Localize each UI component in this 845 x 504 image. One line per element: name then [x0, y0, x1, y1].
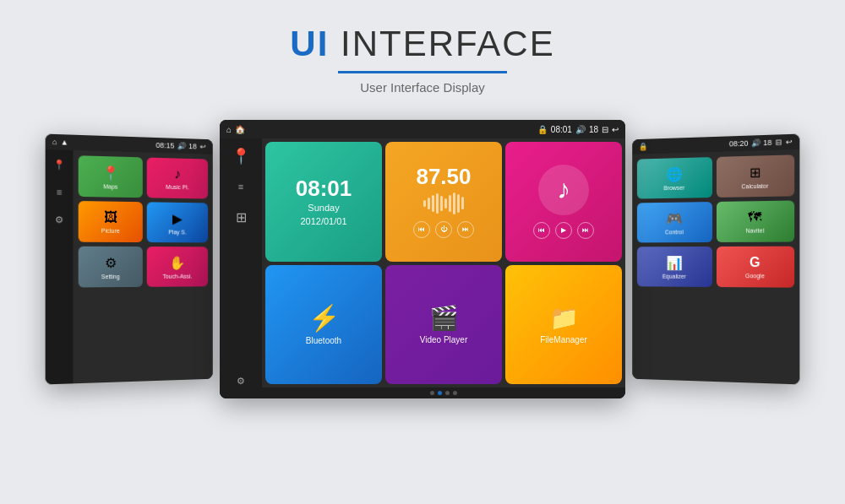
center-status-bar: ⌂ 🏠 🔒 08:01 🔊 18 ⊟ ↩ [220, 120, 625, 138]
dot-4[interactable] [453, 391, 457, 395]
center-status-volume-icon: 🔊 [575, 125, 586, 134]
day-display: Sunday [308, 203, 339, 213]
center-status-rectangle-icon: ⌂ [226, 125, 232, 134]
wave-bar-3 [432, 195, 434, 212]
wave-bar-8 [453, 192, 455, 214]
filemanager-icon: 📁 [549, 304, 579, 332]
music-controls: ⏮ ▶ ⏭ [533, 222, 594, 239]
center-main-area: 08:01 Sunday 2012/01/01 87.50 [262, 138, 625, 398]
wave-bar-7 [449, 195, 451, 212]
right-google-tile[interactable]: G Google [716, 247, 794, 288]
header-section: UI INTERFACE User Interface Display [290, 0, 554, 95]
right-status-time: 08:20 [729, 139, 749, 149]
left-app-grid: 📍 Maps ♪ Music Pl. 🖼 Picture ▶ Play S. ⚙ [74, 150, 213, 383]
center-radio-tile[interactable]: 87.50 [385, 142, 502, 262]
music-play-btn[interactable]: ▶ [555, 222, 572, 239]
center-nav-location-icon[interactable]: 📍 [233, 149, 248, 164]
touch-label: Touch-Assi. [162, 273, 192, 279]
main-title: UI INTERFACE [290, 24, 554, 64]
subtitle-text: User Interface Display [290, 80, 554, 95]
video-icon: 🎬 [429, 304, 459, 332]
radio-next-btn[interactable]: ⏭ [457, 221, 474, 238]
radio-prev-btn[interactable]: ⏮ [413, 221, 430, 238]
center-app-grid: 08:01 Sunday 2012/01/01 87.50 [262, 138, 625, 387]
filemanager-label: FileManager [540, 335, 587, 344]
center-status-battery-icon: ⊟ [602, 125, 608, 134]
wave-bar-5 [440, 196, 443, 211]
center-nav-eq-icon[interactable]: ⊞ [233, 209, 248, 225]
radio-controls: ⏮ ⏻ ⏭ [413, 221, 474, 238]
maps-label: Maps [103, 183, 117, 189]
play-icon: ▶ [172, 210, 183, 226]
left-nav: 📍 ≡ ⚙ [46, 149, 74, 384]
right-equalizer-tile[interactable]: 📊 Equalizer [637, 247, 712, 287]
music-note-icon: ♪ [557, 174, 570, 205]
left-touch-tile[interactable]: ✋ Touch-Assi. [146, 247, 208, 287]
center-nav-menu-icon[interactable]: ≡ [233, 179, 248, 194]
center-filemanager-tile[interactable]: 📁 FileManager [505, 265, 622, 385]
date-display: 2012/01/01 [300, 216, 346, 226]
right-control-tile[interactable]: 🎮 Control [637, 202, 712, 242]
bluetooth-label: Bluetooth [306, 336, 341, 345]
wave-bar-9 [457, 194, 460, 213]
center-music-tile[interactable]: ♪ ⏮ ▶ ⏭ [505, 142, 622, 262]
settings-label: Setting [101, 274, 120, 279]
navitel-label: Navitel [746, 227, 765, 233]
wave-bar-6 [444, 198, 447, 209]
control-icon: 🎮 [666, 210, 682, 226]
picture-icon: 🖼 [104, 210, 117, 225]
wave-bar-2 [428, 198, 430, 209]
screens-container: ⌂ ▲ 08:15 🔊 18 ↩ 📍 ≡ ⚙ 📍 Maps ♪ [0, 111, 845, 415]
right-calculator-tile[interactable]: ⊞ Calculator [716, 154, 794, 198]
bluetooth-icon: ⚡ [308, 303, 340, 333]
dot-1[interactable] [430, 391, 434, 395]
wave-bar-4 [436, 193, 439, 214]
center-video-tile[interactable]: 🎬 Video Player [385, 265, 502, 385]
left-maps-tile[interactable]: 📍 Maps [79, 155, 143, 198]
left-picture-tile[interactable]: 🖼 Picture [79, 201, 143, 242]
title-divider [338, 71, 507, 73]
center-time-tile[interactable]: 08:01 Sunday 2012/01/01 [265, 142, 382, 262]
center-nav-settings-icon[interactable]: ⚙ [233, 373, 248, 388]
right-navitel-tile[interactable]: 🗺 Navitel [716, 200, 794, 242]
equalizer-icon: 📊 [666, 255, 682, 271]
left-status-battery: 🔊 18 [177, 142, 197, 151]
radio-play-btn[interactable]: ⏻ [435, 221, 452, 238]
right-browser-tile[interactable]: 🌐 Browser [637, 157, 712, 198]
equalizer-label: Equalizer [662, 273, 686, 279]
interface-text: INTERFACE [329, 24, 554, 63]
left-play-tile[interactable]: ▶ Play S. [146, 202, 208, 242]
left-music-tile[interactable]: ♪ Music Pl. [146, 158, 208, 199]
left-nav-home-icon[interactable]: 📍 [52, 156, 68, 172]
left-settings-tile[interactable]: ⚙ Setting [79, 247, 143, 288]
play-label: Play S. [168, 229, 186, 235]
music-prev-btn[interactable]: ⏮ [533, 222, 550, 239]
left-nav-eq-icon[interactable]: ⚙ [52, 212, 68, 228]
right-status-battery: ⊟ [776, 138, 782, 146]
dot-3[interactable] [445, 391, 450, 395]
wave-bar-10 [461, 197, 464, 209]
center-status-lock-icon: 🔒 [537, 125, 548, 134]
time-display: 08:01 [296, 177, 352, 199]
center-bluetooth-tile[interactable]: ⚡ Bluetooth [265, 265, 382, 385]
music-next-btn[interactable]: ⏭ [577, 222, 594, 239]
browser-icon: 🌐 [666, 165, 682, 182]
dot-2[interactable] [438, 391, 442, 395]
right-status-icon: 🔒 [639, 143, 647, 151]
left-status-back: ↩ [200, 143, 207, 151]
left-nav-settings-icon[interactable]: ≡ [52, 184, 68, 200]
right-screen: 🔒 08:20 🔊 18 ⊟ ↩ 🌐 Browser ⊞ Calculator [632, 134, 799, 385]
left-status-home-icon: ⌂ [52, 138, 57, 146]
right-status-volume: 🔊 18 [752, 138, 772, 148]
video-label: Video Player [420, 335, 468, 344]
control-label: Control [665, 229, 684, 235]
wave-bar-1 [423, 200, 426, 207]
right-screen-body: 🌐 Browser ⊞ Calculator 🎮 Control 🗺 Navit… [632, 149, 799, 384]
touch-icon: ✋ [169, 255, 185, 271]
left-status-icon2: ▲ [61, 138, 68, 146]
music-label: Music Pl. [166, 184, 188, 190]
radio-waveform [423, 191, 464, 216]
left-screen-body: 📍 ≡ ⚙ 📍 Maps ♪ Music Pl. 🖼 Picture [46, 149, 213, 384]
center-status-back-icon: ↩ [612, 125, 619, 134]
center-status-signal: 18 [589, 125, 598, 134]
